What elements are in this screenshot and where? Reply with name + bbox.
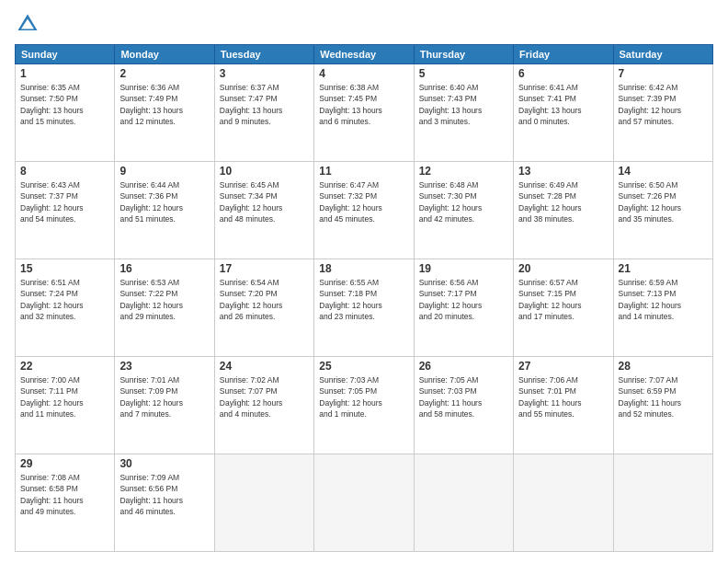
day-number: 8: [20, 165, 109, 178]
day-number: 9: [119, 165, 209, 178]
calendar-cell: 11Sunrise: 6:47 AM Sunset: 7:32 PM Dayli…: [314, 162, 414, 259]
day-info: Sunrise: 7:06 AM Sunset: 7:01 PM Dayligh…: [518, 374, 608, 419]
day-number: 17: [220, 262, 309, 275]
day-number: 27: [518, 360, 608, 373]
day-number: 4: [319, 67, 408, 80]
day-number: 14: [619, 165, 708, 178]
calendar-cell: 26Sunrise: 7:05 AM Sunset: 7:03 PM Dayli…: [414, 357, 513, 454]
day-info: Sunrise: 6:56 AM Sunset: 7:17 PM Dayligh…: [419, 277, 508, 322]
day-info: Sunrise: 7:02 AM Sunset: 7:07 PM Dayligh…: [220, 374, 309, 419]
day-info: Sunrise: 6:47 AM Sunset: 7:32 PM Dayligh…: [319, 179, 408, 224]
calendar-week-row: 8Sunrise: 6:43 AM Sunset: 7:37 PM Daylig…: [16, 162, 713, 259]
day-info: Sunrise: 6:57 AM Sunset: 7:15 PM Dayligh…: [518, 277, 608, 322]
day-info: Sunrise: 7:07 AM Sunset: 6:59 PM Dayligh…: [619, 374, 708, 419]
calendar-body: 1Sunrise: 6:35 AM Sunset: 7:50 PM Daylig…: [16, 64, 713, 552]
header: [15, 11, 713, 37]
day-info: Sunrise: 6:42 AM Sunset: 7:39 PM Dayligh…: [619, 82, 708, 127]
day-number: 18: [319, 262, 408, 275]
weekday-header: Monday: [115, 45, 214, 64]
calendar-cell: 27Sunrise: 7:06 AM Sunset: 7:01 PM Dayli…: [514, 357, 613, 454]
weekday-header: Wednesday: [314, 45, 414, 64]
calendar-cell: 7Sunrise: 6:42 AM Sunset: 7:39 PM Daylig…: [613, 64, 712, 162]
calendar-cell: 9Sunrise: 6:44 AM Sunset: 7:36 PM Daylig…: [115, 162, 214, 259]
day-info: Sunrise: 6:40 AM Sunset: 7:43 PM Dayligh…: [419, 82, 508, 127]
day-number: 24: [220, 360, 309, 373]
day-info: Sunrise: 6:50 AM Sunset: 7:26 PM Dayligh…: [619, 179, 708, 224]
calendar-cell: 3Sunrise: 6:37 AM Sunset: 7:47 PM Daylig…: [214, 64, 313, 162]
weekday-row: SundayMondayTuesdayWednesdayThursdayFrid…: [16, 45, 713, 64]
calendar-cell: [314, 454, 414, 552]
day-number: 1: [20, 67, 109, 80]
calendar-cell: 24Sunrise: 7:02 AM Sunset: 7:07 PM Dayli…: [214, 357, 313, 454]
day-number: 7: [619, 67, 708, 80]
calendar-cell: 21Sunrise: 6:59 AM Sunset: 7:13 PM Dayli…: [613, 259, 712, 357]
page: SundayMondayTuesdayWednesdayThursdayFrid…: [0, 0, 728, 563]
calendar-cell: 22Sunrise: 7:00 AM Sunset: 7:11 PM Dayli…: [16, 357, 115, 454]
calendar-cell: 10Sunrise: 6:45 AM Sunset: 7:34 PM Dayli…: [214, 162, 313, 259]
day-number: 2: [119, 67, 209, 80]
calendar-cell: [414, 454, 513, 552]
day-number: 6: [518, 67, 608, 80]
day-info: Sunrise: 6:53 AM Sunset: 7:22 PM Dayligh…: [119, 277, 209, 322]
calendar-cell: 19Sunrise: 6:56 AM Sunset: 7:17 PM Dayli…: [414, 259, 513, 357]
day-number: 22: [20, 360, 109, 373]
day-info: Sunrise: 7:09 AM Sunset: 6:56 PM Dayligh…: [119, 472, 209, 517]
day-info: Sunrise: 7:01 AM Sunset: 7:09 PM Dayligh…: [119, 374, 209, 419]
calendar-cell: 20Sunrise: 6:57 AM Sunset: 7:15 PM Dayli…: [514, 259, 613, 357]
calendar-cell: 17Sunrise: 6:54 AM Sunset: 7:20 PM Dayli…: [214, 259, 313, 357]
day-info: Sunrise: 7:05 AM Sunset: 7:03 PM Dayligh…: [419, 374, 508, 419]
calendar-header: SundayMondayTuesdayWednesdayThursdayFrid…: [16, 45, 713, 64]
day-number: 13: [518, 165, 608, 178]
calendar-cell: 13Sunrise: 6:49 AM Sunset: 7:28 PM Dayli…: [514, 162, 613, 259]
weekday-header: Friday: [514, 45, 613, 64]
day-number: 21: [619, 262, 708, 275]
calendar-cell: [214, 454, 313, 552]
day-info: Sunrise: 6:59 AM Sunset: 7:13 PM Dayligh…: [619, 277, 708, 322]
day-number: 28: [619, 360, 708, 373]
day-info: Sunrise: 6:44 AM Sunset: 7:36 PM Dayligh…: [119, 179, 209, 224]
day-info: Sunrise: 6:36 AM Sunset: 7:49 PM Dayligh…: [119, 82, 209, 127]
day-info: Sunrise: 6:45 AM Sunset: 7:34 PM Dayligh…: [220, 179, 309, 224]
day-number: 30: [119, 457, 209, 470]
day-info: Sunrise: 6:41 AM Sunset: 7:41 PM Dayligh…: [518, 82, 608, 127]
day-info: Sunrise: 6:49 AM Sunset: 7:28 PM Dayligh…: [518, 179, 608, 224]
calendar-cell: [514, 454, 613, 552]
day-number: 10: [220, 165, 309, 178]
day-info: Sunrise: 6:55 AM Sunset: 7:18 PM Dayligh…: [319, 277, 408, 322]
calendar-cell: 14Sunrise: 6:50 AM Sunset: 7:26 PM Dayli…: [613, 162, 712, 259]
day-info: Sunrise: 6:37 AM Sunset: 7:47 PM Dayligh…: [220, 82, 309, 127]
day-info: Sunrise: 6:54 AM Sunset: 7:20 PM Dayligh…: [220, 277, 309, 322]
calendar-cell: 5Sunrise: 6:40 AM Sunset: 7:43 PM Daylig…: [414, 64, 513, 162]
day-number: 26: [419, 360, 508, 373]
calendar-cell: 15Sunrise: 6:51 AM Sunset: 7:24 PM Dayli…: [16, 259, 115, 357]
calendar-cell: 12Sunrise: 6:48 AM Sunset: 7:30 PM Dayli…: [414, 162, 513, 259]
weekday-header: Thursday: [414, 45, 513, 64]
day-info: Sunrise: 6:43 AM Sunset: 7:37 PM Dayligh…: [20, 179, 109, 224]
calendar-cell: 8Sunrise: 6:43 AM Sunset: 7:37 PM Daylig…: [16, 162, 115, 259]
day-number: 19: [419, 262, 508, 275]
calendar-week-row: 1Sunrise: 6:35 AM Sunset: 7:50 PM Daylig…: [16, 64, 713, 162]
calendar-cell: [613, 454, 712, 552]
day-number: 11: [319, 165, 408, 178]
weekday-header: Tuesday: [214, 45, 313, 64]
calendar-cell: 16Sunrise: 6:53 AM Sunset: 7:22 PM Dayli…: [115, 259, 214, 357]
day-info: Sunrise: 7:00 AM Sunset: 7:11 PM Dayligh…: [20, 374, 109, 419]
calendar-cell: 25Sunrise: 7:03 AM Sunset: 7:05 PM Dayli…: [314, 357, 414, 454]
logo: [15, 11, 44, 37]
day-number: 5: [419, 67, 508, 80]
day-info: Sunrise: 7:08 AM Sunset: 6:58 PM Dayligh…: [20, 472, 109, 517]
day-info: Sunrise: 6:51 AM Sunset: 7:24 PM Dayligh…: [20, 277, 109, 322]
calendar-table: SundayMondayTuesdayWednesdayThursdayFrid…: [15, 44, 713, 552]
calendar-cell: 23Sunrise: 7:01 AM Sunset: 7:09 PM Dayli…: [115, 357, 214, 454]
day-number: 15: [20, 262, 109, 275]
day-number: 12: [419, 165, 508, 178]
calendar-week-row: 15Sunrise: 6:51 AM Sunset: 7:24 PM Dayli…: [16, 259, 713, 357]
day-number: 20: [518, 262, 608, 275]
day-number: 16: [119, 262, 209, 275]
day-info: Sunrise: 6:35 AM Sunset: 7:50 PM Dayligh…: [20, 82, 109, 127]
calendar-cell: 4Sunrise: 6:38 AM Sunset: 7:45 PM Daylig…: [314, 64, 414, 162]
calendar-cell: 2Sunrise: 6:36 AM Sunset: 7:49 PM Daylig…: [115, 64, 214, 162]
calendar-week-row: 29Sunrise: 7:08 AM Sunset: 6:58 PM Dayli…: [16, 454, 713, 552]
calendar-cell: 6Sunrise: 6:41 AM Sunset: 7:41 PM Daylig…: [514, 64, 613, 162]
calendar-cell: 30Sunrise: 7:09 AM Sunset: 6:56 PM Dayli…: [115, 454, 214, 552]
